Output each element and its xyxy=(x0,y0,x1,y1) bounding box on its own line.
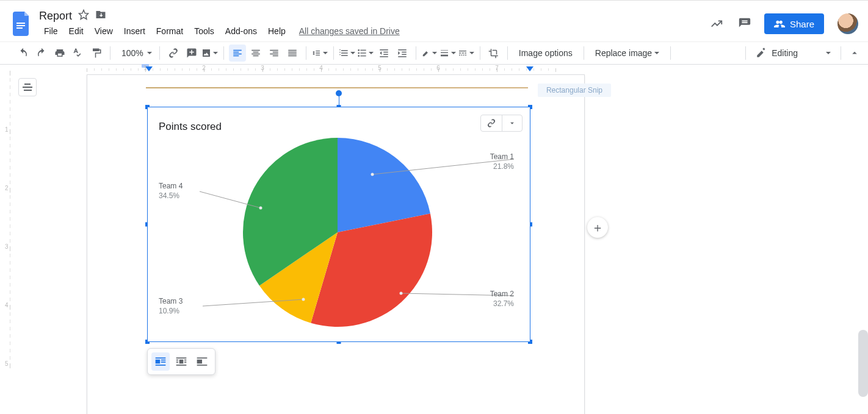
selected-chart-object[interactable]: Points scored Team 121.8%Team 232.7%Team… xyxy=(147,107,530,342)
svg-rect-37 xyxy=(459,51,466,51)
svg-rect-44 xyxy=(465,55,466,55)
share-button[interactable]: Share xyxy=(764,13,824,34)
print-button[interactable] xyxy=(51,45,68,62)
insert-link-button[interactable] xyxy=(165,45,182,62)
align-right-button[interactable] xyxy=(266,45,283,62)
svg-rect-40 xyxy=(465,52,467,53)
save-status[interactable]: All changes saved in Drive xyxy=(299,26,400,36)
wrap-text-button[interactable] xyxy=(172,352,190,371)
svg-rect-14 xyxy=(270,54,278,55)
insert-image-button[interactable] xyxy=(201,45,219,62)
chart-options-dropdown[interactable] xyxy=(502,116,522,130)
svg-rect-23 xyxy=(361,50,366,51)
border-dash-button[interactable] xyxy=(458,45,475,62)
crop-button[interactable] xyxy=(485,45,502,62)
editing-mode-button[interactable]: Editing xyxy=(751,45,836,61)
decrease-indent-button[interactable] xyxy=(375,45,392,62)
svg-rect-11 xyxy=(253,55,258,57)
menu-addons[interactable]: Add-ons xyxy=(220,24,262,38)
spellcheck-button[interactable] xyxy=(70,45,87,62)
vertical-scrollbar[interactable] xyxy=(858,330,868,397)
right-indent-marker[interactable] xyxy=(526,66,533,71)
border-weight-button[interactable] xyxy=(439,45,457,62)
comments-icon[interactable] xyxy=(736,15,753,32)
align-left-button[interactable] xyxy=(229,45,246,62)
share-label: Share xyxy=(790,19,814,29)
collapse-toolbar-button[interactable] xyxy=(846,45,863,62)
image-options-button[interactable]: Image options xyxy=(513,45,579,62)
menu-edit[interactable]: Edit xyxy=(64,24,89,38)
svg-rect-74 xyxy=(197,365,208,366)
svg-rect-38 xyxy=(459,52,461,53)
svg-rect-16 xyxy=(288,50,297,51)
svg-rect-42 xyxy=(461,55,463,55)
doc-title[interactable]: Report xyxy=(39,10,72,23)
redo-button[interactable] xyxy=(33,45,50,62)
chart-linked-icon[interactable] xyxy=(481,115,502,131)
svg-rect-33 xyxy=(398,56,407,57)
line-spacing-button[interactable] xyxy=(311,45,328,62)
svg-rect-26 xyxy=(380,49,388,51)
svg-rect-72 xyxy=(184,362,186,363)
vertical-ruler: 12345 xyxy=(0,65,10,414)
svg-rect-13 xyxy=(273,52,278,53)
svg-rect-73 xyxy=(197,357,208,359)
svg-rect-62 xyxy=(156,365,166,366)
menu-bar: File Edit View Insert Format Tools Add-o… xyxy=(39,24,708,38)
menu-view[interactable]: View xyxy=(90,24,118,38)
activity-icon[interactable] xyxy=(708,15,725,32)
add-comment-floating-button[interactable]: ＋ xyxy=(587,217,608,238)
horizontal-rule xyxy=(146,87,528,88)
menu-file[interactable]: File xyxy=(39,24,63,38)
align-center-button[interactable] xyxy=(247,45,264,62)
menu-help[interactable]: Help xyxy=(263,24,291,38)
svg-rect-75 xyxy=(197,360,202,364)
wrap-break-button[interactable] xyxy=(193,352,211,371)
svg-rect-9 xyxy=(253,52,258,53)
move-to-folder-icon[interactable] xyxy=(95,9,106,23)
svg-rect-10 xyxy=(251,54,260,55)
menu-format[interactable]: Format xyxy=(151,24,188,38)
svg-text:Team 3: Team 3 xyxy=(159,297,183,305)
paint-format-button[interactable] xyxy=(88,45,105,62)
svg-rect-64 xyxy=(161,360,166,361)
svg-rect-39 xyxy=(462,52,464,53)
wrap-inline-button[interactable] xyxy=(151,352,170,371)
menu-tools[interactable]: Tools xyxy=(189,24,219,38)
svg-rect-67 xyxy=(176,365,187,366)
zoom-select[interactable]: 100% xyxy=(115,47,154,59)
svg-rect-41 xyxy=(459,55,460,55)
add-comment-button[interactable] xyxy=(183,45,200,62)
svg-rect-36 xyxy=(441,55,448,57)
svg-rect-0 xyxy=(16,23,25,24)
svg-rect-63 xyxy=(156,360,160,364)
svg-rect-18 xyxy=(288,54,297,55)
bulleted-list-button[interactable] xyxy=(357,45,374,62)
numbered-list-button[interactable] xyxy=(339,45,356,62)
svg-text:21.8%: 21.8% xyxy=(493,162,514,171)
app-header: Report File Edit View Insert Format Tool… xyxy=(0,2,868,41)
document-canvas: 12345 1234567 Rectangular Snip Points sc… xyxy=(0,65,868,414)
outline-toggle-button[interactable] xyxy=(18,78,37,96)
document-page[interactable]: Rectangular Snip Points scored Team 121.… xyxy=(87,74,585,414)
svg-marker-3 xyxy=(79,10,89,20)
chart-content: Points scored Team 121.8%Team 232.7%Team… xyxy=(148,107,530,341)
zoom-value: 100% xyxy=(121,48,143,58)
account-avatar[interactable] xyxy=(837,13,858,34)
rotate-handle[interactable] xyxy=(336,90,342,96)
svg-rect-17 xyxy=(288,52,297,53)
star-icon[interactable] xyxy=(78,9,89,23)
docs-logo[interactable] xyxy=(10,9,34,38)
svg-text:34.5%: 34.5% xyxy=(159,191,179,200)
chart-title: Points scored xyxy=(159,121,222,133)
increase-indent-button[interactable] xyxy=(394,45,411,62)
menu-insert[interactable]: Insert xyxy=(119,24,150,38)
replace-image-button[interactable]: Replace image xyxy=(589,45,665,62)
undo-button[interactable] xyxy=(15,45,32,62)
svg-rect-1 xyxy=(16,25,25,26)
svg-point-22 xyxy=(358,55,360,57)
svg-rect-34 xyxy=(441,50,448,51)
align-justify-button[interactable] xyxy=(284,45,301,62)
chart-link-chip xyxy=(480,115,523,132)
border-color-button[interactable] xyxy=(421,45,438,62)
